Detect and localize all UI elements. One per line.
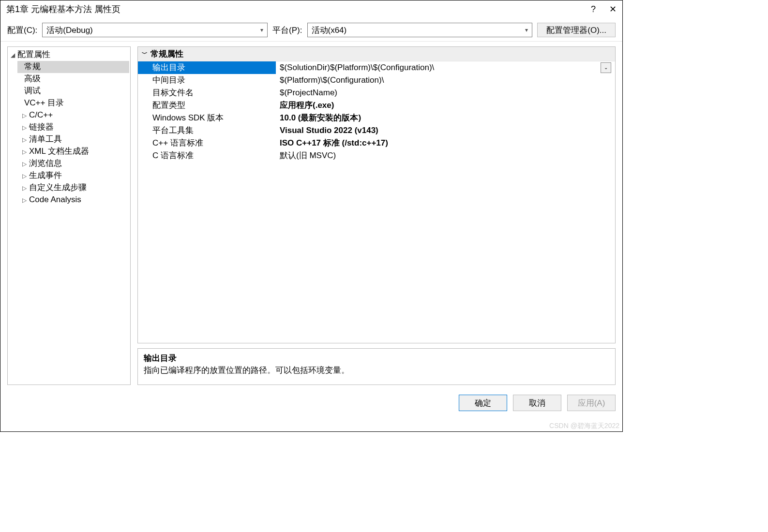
help-icon[interactable]: ? <box>591 4 596 15</box>
property-label: Windows SDK 版本 <box>138 112 276 124</box>
property-right: ﹀ 常规属性 输出目录 $(SolutionDir)$(Platform)\$(… <box>137 46 616 385</box>
ok-button[interactable]: 确定 <box>459 395 507 411</box>
property-group-header[interactable]: ﹀ 常规属性 <box>138 47 615 61</box>
tree-item-codeanalysis[interactable]: ▷Code Analysis <box>17 194 129 206</box>
cancel-button[interactable]: 取消 <box>513 395 561 411</box>
tree-item-advanced[interactable]: ▷高级 <box>17 73 129 85</box>
config-combo-value: 活动(Debug) <box>46 25 92 36</box>
chevron-down-icon: ▾ <box>260 27 263 33</box>
tree-item-vcdirs[interactable]: ▷VC++ 目录 <box>17 97 129 109</box>
apply-button[interactable]: 应用(A) <box>567 395 616 411</box>
property-row-intdir[interactable]: 中间目录 $(Platform)\$(Configuration)\ <box>138 74 615 87</box>
titlebar: 第1章 元编程基本方法 属性页 ? ✕ <box>0 0 622 18</box>
property-value[interactable]: 默认(旧 MSVC) <box>276 149 615 162</box>
tree-item-debug[interactable]: ▷调试 <box>17 85 129 97</box>
property-label: 目标文件名 <box>138 87 276 99</box>
chevron-down-icon: ▾ <box>525 27 528 33</box>
tree-children: ▷常规 ▷高级 ▷调试 ▷VC++ 目录 ▷C/C++ ▷链接器 ▷清单工具 ▷… <box>17 61 129 206</box>
property-row-cppstd[interactable]: C++ 语言标准 ISO C++17 标准 (/std:c++17) <box>138 137 615 149</box>
caret-right-icon: ▷ <box>22 110 29 121</box>
caret-right-icon: ▷ <box>22 122 29 133</box>
tree-root-label: 配置属性 <box>17 50 50 59</box>
property-value[interactable]: $(SolutionDir)$(Platform)\$(Configuratio… <box>276 61 615 74</box>
property-row-configtype[interactable]: 配置类型 应用程序(.exe) <box>138 99 615 112</box>
config-row: 配置(C): 活动(Debug) ▾ 平台(P): 活动(x64) ▾ 配置管理… <box>0 18 622 42</box>
property-value[interactable]: $(Platform)\$(Configuration)\ <box>276 74 615 87</box>
tree-item-buildevents[interactable]: ▷生成事件 <box>17 170 129 182</box>
property-label: C++ 语言标准 <box>138 137 276 149</box>
help-text: 指向已编译程序的放置位置的路径。可以包括环境变量。 <box>144 365 609 376</box>
platform-combo[interactable]: 活动(x64) ▾ <box>307 23 533 37</box>
property-value[interactable]: 应用程序(.exe) <box>276 99 615 112</box>
caret-right-icon: ▷ <box>22 134 29 146</box>
caret-down-icon: ◢ <box>11 49 17 61</box>
help-title: 输出目录 <box>144 353 609 364</box>
config-label: 配置(C): <box>7 25 37 36</box>
tree-item-ccpp[interactable]: ▷C/C++ <box>17 109 129 121</box>
property-label: 中间目录 <box>138 74 276 87</box>
property-row-toolset[interactable]: 平台工具集 Visual Studio 2022 (v143) <box>138 124 615 137</box>
caret-right-icon: ▷ <box>22 146 29 158</box>
tree-item-xmldoc[interactable]: ▷XML 文档生成器 <box>17 146 129 158</box>
config-combo[interactable]: 活动(Debug) ▾ <box>42 23 268 37</box>
main-area: ◢配置属性 ▷常规 ▷高级 ▷调试 ▷VC++ 目录 ▷C/C++ ▷链接器 ▷… <box>0 42 622 390</box>
window-title: 第1章 元编程基本方法 属性页 <box>6 3 120 15</box>
property-row-cstd[interactable]: C 语言标准 默认(旧 MSVC) <box>138 149 615 162</box>
property-value[interactable]: Visual Studio 2022 (v143) <box>276 124 615 137</box>
tree-item-linker[interactable]: ▷链接器 <box>17 121 129 133</box>
property-value[interactable]: ISO C++17 标准 (/std:c++17) <box>276 137 615 149</box>
watermark: CSDN @碧海蓝天2022 <box>549 422 619 430</box>
nav-tree[interactable]: ◢配置属性 ▷常规 ▷高级 ▷调试 ▷VC++ 目录 ▷C/C++ ▷链接器 ▷… <box>7 46 131 385</box>
property-label: 配置类型 <box>138 99 276 112</box>
platform-label: 平台(P): <box>272 25 302 36</box>
config-manager-button[interactable]: 配置管理器(O)... <box>537 23 616 37</box>
footer: 确定 取消 应用(A) <box>0 390 622 416</box>
caret-right-icon: ▷ <box>22 158 29 170</box>
property-row-sdk[interactable]: Windows SDK 版本 10.0 (最新安装的版本) <box>138 112 615 124</box>
tree-item-manifest[interactable]: ▷清单工具 <box>17 133 129 146</box>
tree-item-browseinfo[interactable]: ▷浏览信息 <box>17 158 129 170</box>
title-buttons: ? ✕ <box>591 4 617 15</box>
tree-item-general[interactable]: ▷常规 <box>17 61 129 73</box>
property-label: 平台工具集 <box>138 124 276 137</box>
caret-right-icon: ▷ <box>22 170 29 182</box>
property-group-title: 常规属性 <box>151 48 183 59</box>
property-value[interactable]: $(ProjectName) <box>276 87 615 99</box>
caret-right-icon: ▷ <box>22 182 29 194</box>
tree-item-customstep[interactable]: ▷自定义生成步骤 <box>17 182 129 194</box>
platform-combo-value: 活动(x64) <box>312 25 347 36</box>
property-value[interactable]: 10.0 (最新安装的版本) <box>276 112 615 124</box>
property-row-targetname[interactable]: 目标文件名 $(ProjectName) <box>138 87 615 99</box>
caret-right-icon: ▷ <box>22 194 29 206</box>
property-grid[interactable]: ﹀ 常规属性 输出目录 $(SolutionDir)$(Platform)\$(… <box>137 46 616 343</box>
help-box: 输出目录 指向已编译程序的放置位置的路径。可以包括环境变量。 <box>137 348 616 385</box>
property-label: C 语言标准 <box>138 149 276 162</box>
tree-root-item[interactable]: ◢配置属性 <box>9 49 129 61</box>
property-row-outputdir[interactable]: 输出目录 $(SolutionDir)$(Platform)\$(Configu… <box>138 61 615 74</box>
dropdown-icon[interactable]: ⌄ <box>601 62 611 73</box>
chevron-down-icon: ﹀ <box>142 50 148 58</box>
property-label: 输出目录 <box>138 61 276 74</box>
close-icon[interactable]: ✕ <box>609 4 617 15</box>
